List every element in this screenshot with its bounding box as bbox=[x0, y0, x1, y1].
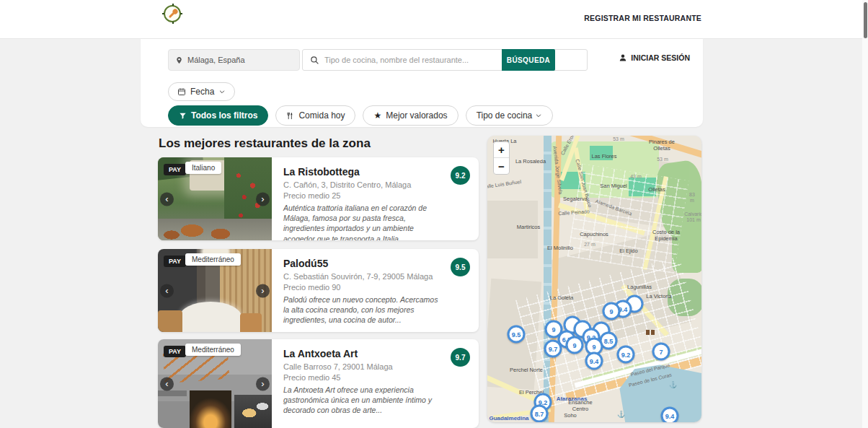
search-button[interactable]: BÚSQUEDA bbox=[502, 49, 555, 71]
carousel-prev-button[interactable]: ‹ bbox=[160, 284, 174, 297]
map-place-label: 43 m bbox=[630, 174, 642, 180]
restaurant-description: La Antxoeta Art ofrece una experiencia g… bbox=[283, 385, 446, 416]
top-header: REGISTRAR MI RESTAURANTE bbox=[0, 0, 868, 39]
carousel-next-button[interactable]: › bbox=[256, 192, 270, 206]
restaurant-photo: PAY Mediterráneo ‹ › bbox=[158, 339, 272, 428]
map-rating-marker[interactable]: 9.2 bbox=[617, 346, 635, 364]
map-place-label: Perchel Norte bbox=[510, 367, 543, 373]
carousel-next-button[interactable]: › bbox=[256, 377, 270, 390]
filter-chips-row: Todos los filtros Comida hoy ★ Mejor val… bbox=[168, 105, 553, 126]
restaurant-photo: PAY Italiano ‹ › bbox=[158, 157, 272, 240]
map-place-label: Martiricos bbox=[517, 224, 541, 230]
restaurant-name[interactable]: La Ristobottega bbox=[283, 166, 446, 178]
restaurant-address: C. Sebastián Souvirón, 7-9, 29005 Málaga bbox=[283, 272, 446, 281]
photo-decor bbox=[158, 310, 182, 332]
carousel-next-button[interactable]: › bbox=[256, 284, 270, 297]
map-place-label: Lagunillas bbox=[627, 284, 652, 290]
login-label: INICIAR SESIÓN bbox=[631, 53, 690, 62]
restaurant-price: Precio medio 45 bbox=[283, 373, 446, 382]
map-place-label: Pinares de Olletas bbox=[649, 139, 675, 152]
funnel-icon bbox=[179, 112, 187, 120]
cutlery-icon bbox=[286, 112, 294, 120]
map-rating-marker[interactable]: 9 bbox=[566, 336, 584, 354]
map-place-label: El Ejido bbox=[619, 248, 637, 254]
person-icon bbox=[619, 53, 627, 62]
carousel-prev-button[interactable]: ‹ bbox=[160, 377, 174, 390]
results-map[interactable]: ⚓ ⚓ + − Huerta LaLa RosaledaLas FloresPi… bbox=[487, 136, 701, 422]
map-place-label: Olletas bbox=[648, 186, 665, 193]
photo-decor bbox=[158, 390, 187, 396]
restaurant-card[interactable]: PAY Mediterráneo ‹ › Palodú55 C. Sebasti… bbox=[158, 249, 479, 332]
map-rating-marker[interactable]: 9.4 bbox=[661, 407, 679, 423]
map-place-label: La Victoria bbox=[646, 293, 671, 300]
map-place-label: El Molinillo bbox=[547, 245, 573, 251]
rating-badge: 9.7 bbox=[451, 348, 470, 367]
restaurant-name[interactable]: Palodú55 bbox=[283, 258, 446, 269]
pay-badge: PAY bbox=[164, 164, 186, 175]
restaurant-address: C. Cañón, 3, Distrito Centro, Málaga bbox=[283, 180, 446, 189]
photo-decor bbox=[240, 313, 262, 332]
cuisine-type-chip[interactable]: Tipo de cocina bbox=[466, 105, 554, 126]
map-place-label: Costo de la Epidemia bbox=[652, 229, 680, 242]
map-rating-marker[interactable]: 9.7 bbox=[544, 340, 562, 358]
rating-badge: 9.5 bbox=[451, 258, 470, 276]
map-rating-marker[interactable]: 7 bbox=[652, 343, 670, 361]
page-title: Los mejores restaurantes de la zona bbox=[159, 136, 371, 151]
cuisine-badge: Mediterráneo bbox=[185, 253, 241, 266]
app-logo-icon[interactable] bbox=[164, 5, 181, 22]
map-castle-icon bbox=[646, 330, 655, 335]
star-icon: ★ bbox=[373, 111, 381, 120]
search-input[interactable] bbox=[324, 56, 502, 64]
magnifier-icon bbox=[310, 56, 319, 65]
map-place-label: 53 m bbox=[657, 157, 668, 162]
scrollbar-thumb[interactable] bbox=[864, 2, 867, 38]
search-filter-panel: BÚSQUEDA INICIAR SESIÓN Fecha Todos los … bbox=[141, 39, 703, 127]
zoom-in-button[interactable]: + bbox=[494, 142, 509, 158]
cuisine-badge: Italiano bbox=[185, 162, 221, 174]
map-rating-marker[interactable]: 8.7 bbox=[531, 405, 549, 423]
map-place-label: Soho bbox=[564, 412, 577, 419]
map-place-label: La Rosaleda bbox=[515, 158, 546, 165]
register-restaurant-link[interactable]: REGISTRAR MI RESTAURANTE bbox=[584, 14, 701, 22]
map-street-label: Calle Luis Buñuel bbox=[487, 179, 522, 191]
map-place-label: 27 m bbox=[584, 242, 595, 248]
restaurant-address: Calle Barroso 7, 29001 Málaga bbox=[283, 362, 446, 371]
location-input[interactable] bbox=[187, 56, 293, 64]
restaurant-card[interactable]: PAY Italiano ‹ › La Ristobottega C. Cañó… bbox=[158, 157, 479, 240]
lunch-today-label: Comida hoy bbox=[298, 110, 345, 121]
map-place-label: Calvario 101 m bbox=[684, 211, 701, 224]
pay-badge: PAY bbox=[164, 346, 186, 357]
page: REGISTRAR MI RESTAURANTE BÚSQUEDA INICIA… bbox=[0, 0, 868, 428]
photo-decor bbox=[234, 395, 272, 428]
map-place-label: Las Flores bbox=[591, 153, 616, 160]
anchor-icon: ⚓ bbox=[617, 411, 625, 418]
login-button[interactable]: INICIAR SESIÓN bbox=[619, 53, 690, 62]
photo-decor bbox=[158, 219, 272, 240]
restaurant-price: Precio medio 90 bbox=[283, 283, 446, 292]
chevron-down-icon bbox=[535, 112, 542, 119]
zoom-out-button[interactable]: − bbox=[494, 158, 509, 174]
restaurant-info: La Antxoeta Art Calle Barroso 7, 29001 M… bbox=[272, 339, 479, 428]
restaurant-info: Palodú55 C. Sebastián Souvirón, 7-9, 290… bbox=[272, 249, 479, 332]
photo-decor bbox=[190, 390, 231, 428]
map-rating-marker[interactable]: 9.5 bbox=[508, 326, 526, 344]
chevron-down-icon bbox=[218, 88, 226, 95]
restaurant-card[interactable]: PAY Mediterráneo ‹ › La Antxoeta Art Cal… bbox=[158, 339, 479, 428]
lunch-today-chip[interactable]: Comida hoy bbox=[275, 105, 355, 126]
map-rating-marker[interactable]: 9 bbox=[603, 302, 621, 320]
location-field[interactable] bbox=[168, 49, 300, 71]
cuisine-badge: Mediterráneo bbox=[185, 344, 241, 356]
map-rating-marker[interactable]: 9.4 bbox=[585, 352, 603, 370]
date-filter-chip[interactable]: Fecha bbox=[168, 82, 235, 101]
all-filters-label: Todos los filtros bbox=[191, 110, 257, 121]
restaurant-info: La Ristobottega C. Cañón, 3, Distrito Ce… bbox=[272, 157, 479, 240]
search-box: BÚSQUEDA bbox=[302, 49, 588, 71]
photo-decor bbox=[180, 302, 242, 332]
scrollbar-track[interactable] bbox=[862, 0, 868, 428]
top-rated-chip[interactable]: ★ Mejor valorados bbox=[363, 105, 458, 126]
carousel-prev-button[interactable]: ‹ bbox=[160, 192, 174, 206]
restaurant-name[interactable]: La Antxoeta Art bbox=[283, 348, 446, 359]
restaurant-description: Auténtica trattoria italiana en el coraz… bbox=[283, 203, 446, 240]
all-filters-chip[interactable]: Todos los filtros bbox=[168, 105, 268, 126]
restaurant-photo: PAY Mediterráneo ‹ › bbox=[158, 249, 272, 332]
